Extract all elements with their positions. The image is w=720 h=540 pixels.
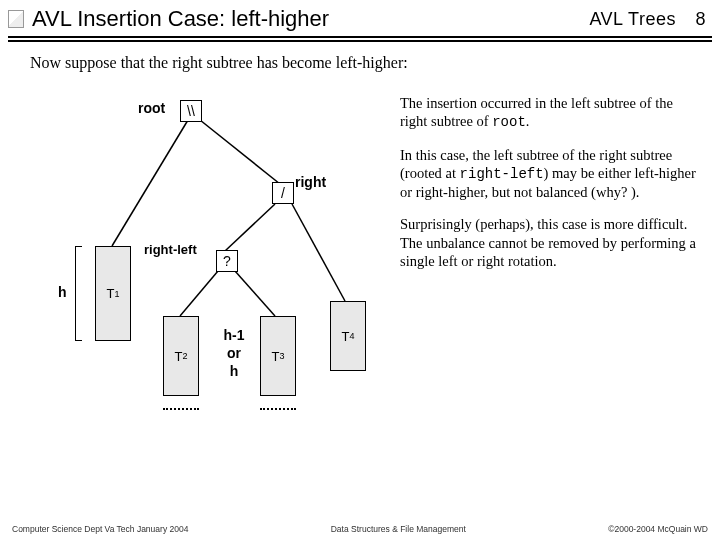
subtree-T1: T1 [95, 246, 131, 341]
svg-line-0 [112, 120, 188, 246]
footer: Computer Science Dept Va Tech January 20… [0, 524, 720, 534]
height-h: h [58, 284, 67, 300]
height-hminus1: h-1 [214, 326, 254, 344]
rightleft-label: right-left [144, 242, 197, 257]
subtree-T3: T3 [260, 316, 296, 396]
slide-title: AVL Insertion Case: left-higher [32, 6, 329, 32]
footer-left: Computer Science Dept Va Tech January 20… [12, 524, 188, 534]
header-left: AVL Insertion Case: left-higher [8, 6, 329, 32]
subtree-T2: T2 [163, 316, 199, 396]
height-h2: h [214, 362, 254, 380]
code-right-left: right-left [460, 166, 544, 182]
header-right: AVL Trees 8 [589, 9, 706, 30]
rightleft-balance: ? [216, 250, 238, 272]
topic: AVL Trees [589, 9, 676, 29]
divider [8, 36, 712, 42]
svg-line-4 [180, 271, 218, 316]
para-2: In this case, the left subtree of the ri… [400, 146, 700, 202]
svg-line-2 [225, 204, 275, 251]
svg-line-3 [292, 204, 345, 301]
height-column: h-1 or h [214, 326, 254, 381]
svg-line-5 [235, 271, 275, 316]
footer-center: Data Structures & File Management [331, 524, 466, 534]
paragraphs: The insertion occurred in the left subtr… [400, 94, 700, 284]
para-3: Surprisingly (perhaps), this case is mor… [400, 215, 700, 269]
header: AVL Insertion Case: left-higher AVL Tree… [0, 0, 720, 36]
document-icon [8, 10, 24, 28]
page-number: 8 [695, 9, 706, 29]
subtree-T4: T4 [330, 301, 366, 371]
para-1: The insertion occurred in the left subtr… [400, 94, 700, 132]
content: root \\ right / right-left ? h T1 T2 T3 … [0, 76, 720, 456]
right-label: right [295, 174, 326, 190]
height-brace [75, 246, 82, 341]
code-root: root [492, 114, 526, 130]
height-or: or [214, 344, 254, 362]
footer-right: ©2000-2004 McQuain WD [608, 524, 708, 534]
tree-diagram: root \\ right / right-left ? h T1 T2 T3 … [20, 76, 390, 456]
right-balance: / [272, 182, 294, 204]
svg-line-1 [200, 120, 280, 184]
intro-text: Now suppose that the right subtree has b… [0, 48, 720, 76]
root-balance: \\ [180, 100, 202, 122]
T2-extension [163, 408, 199, 424]
root-label: root [138, 100, 165, 116]
T3-extension [260, 408, 296, 424]
